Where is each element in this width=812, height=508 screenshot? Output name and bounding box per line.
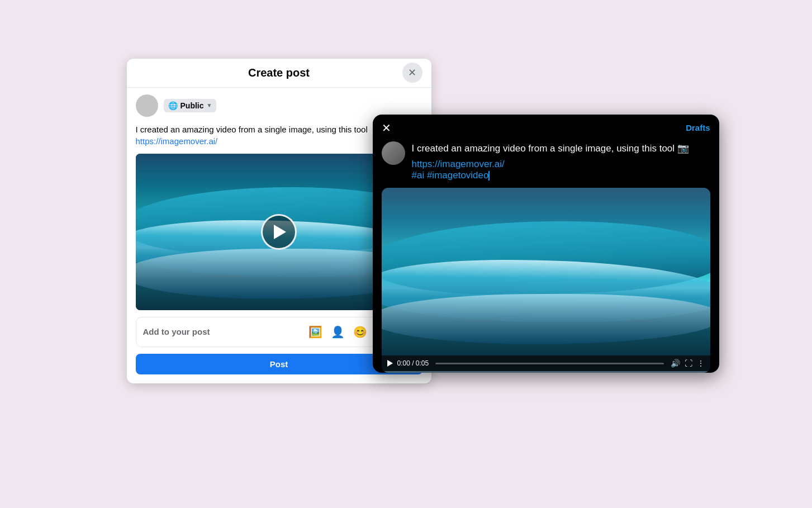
modal-title: Create post [248, 67, 310, 79]
twitter-text-block: I created an amazing video from a single… [412, 141, 710, 182]
play-button[interactable] [261, 214, 297, 250]
audience-button[interactable]: 🌐 Public ▼ [164, 99, 217, 112]
add-to-post-label: Add to your post [143, 327, 210, 336]
twitter-post-text: I created an amazing video from a single… [412, 141, 710, 156]
emoji-button[interactable]: 😊 [350, 322, 371, 342]
video-control-icons: 🔊 ⛶ ⋮ [671, 359, 705, 368]
twitter-ocean-background [382, 188, 710, 355]
bottom-progress-bar [382, 371, 710, 373]
play-icon [274, 225, 286, 239]
chevron-down-icon: ▼ [207, 102, 212, 108]
tag-icon: 👤 [331, 325, 345, 339]
modal-header: Create post ✕ [127, 59, 431, 88]
emoji-icon: 😊 [353, 325, 367, 339]
play-pause-button[interactable] [387, 360, 393, 367]
audience-label: Public [181, 101, 204, 110]
twitter-link[interactable]: https://imagemover.ai/ [412, 159, 710, 170]
twitter-avatar [382, 141, 405, 165]
post-url: https://imagemover.ai/ [136, 136, 218, 146]
tag-people-button[interactable]: 👤 [328, 322, 348, 342]
text-cursor [488, 171, 490, 181]
video-controls-bar: 0:00 / 0:05 🔊 ⛶ ⋮ [382, 355, 710, 371]
twitter-drafts-button[interactable]: Drafts [686, 123, 710, 132]
twitter-preview-modal: ✕ Drafts I created an amazing video from… [373, 115, 719, 373]
time-display: 0:00 / 0:05 [397, 359, 429, 367]
twitter-close-button[interactable]: ✕ [382, 122, 391, 134]
close-modal-button[interactable]: ✕ [402, 63, 422, 83]
twitter-header: ✕ Drafts [373, 115, 719, 141]
photo-icon: 🖼️ [308, 325, 322, 339]
twitter-video-container: Edit × 0:00 / 0:05 🔊 [382, 188, 710, 373]
volume-icon[interactable]: 🔊 [671, 359, 680, 368]
close-icon: ✕ [408, 67, 416, 79]
twitter-hashtags: #ai #imagetovideo [412, 170, 710, 181]
avatar [136, 94, 158, 117]
add-photo-button[interactable]: 🖼️ [306, 322, 326, 342]
play-icon-small [387, 360, 393, 367]
more-options-icon[interactable]: ⋮ [697, 359, 705, 368]
fullscreen-icon[interactable]: ⛶ [685, 359, 692, 368]
progress-bar[interactable] [435, 363, 663, 364]
twitter-content: I created an amazing video from a single… [373, 141, 719, 188]
globe-icon: 🌐 [168, 101, 178, 110]
twitter-wave-3 [382, 294, 710, 344]
